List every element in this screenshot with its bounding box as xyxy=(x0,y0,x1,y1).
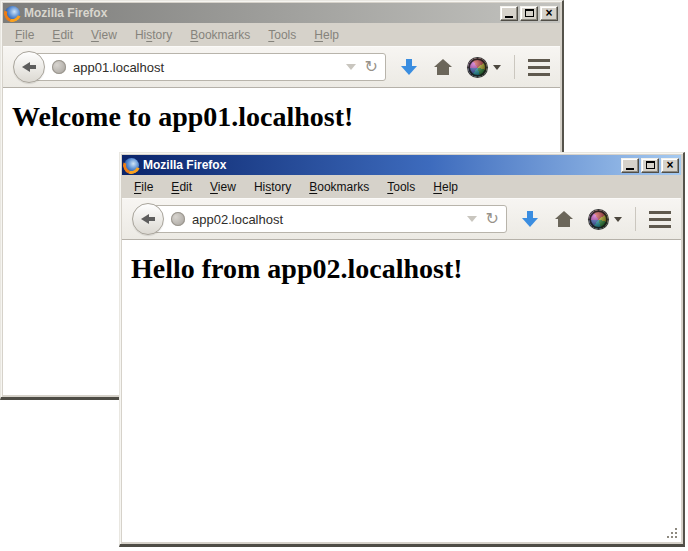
minimize-icon xyxy=(505,16,513,18)
menu-item-tools[interactable]: Tools xyxy=(259,28,305,42)
firefox-window-app02: Mozilla Firefox × FileEditViewHistoryBoo… xyxy=(119,152,685,547)
menu-item-bookmarks[interactable]: Bookmarks xyxy=(181,28,259,42)
menu-item-help[interactable]: Help xyxy=(424,180,467,194)
maximize-button[interactable] xyxy=(641,158,659,173)
navigation-toolbar: app01.localhost ↻ xyxy=(3,46,560,88)
extension-button[interactable] xyxy=(468,58,501,77)
menu-item-bookmarks[interactable]: Bookmarks xyxy=(300,180,378,194)
colorwheel-icon xyxy=(589,210,608,229)
resize-grip[interactable] xyxy=(667,528,679,540)
close-icon: × xyxy=(666,159,673,171)
menu-item-file[interactable]: File xyxy=(125,180,162,194)
window-controls: × xyxy=(500,6,558,21)
download-button[interactable] xyxy=(401,59,417,76)
location-group: app02.localhost ↻ xyxy=(132,203,507,235)
toolbar-separator xyxy=(514,55,515,79)
minimize-button[interactable] xyxy=(621,158,639,173)
url-bar[interactable]: app02.localhost ↻ xyxy=(148,205,507,233)
home-button[interactable] xyxy=(434,60,452,75)
close-button[interactable]: × xyxy=(661,158,679,173)
globe-site-icon xyxy=(52,60,66,74)
page-heading: Hello from app02.localhost! xyxy=(131,253,681,285)
back-arrow-icon xyxy=(141,214,155,224)
maximize-button[interactable] xyxy=(520,6,538,21)
menu-bar: FileEditViewHistoryBookmarksToolsHelp xyxy=(122,175,681,198)
minimize-button[interactable] xyxy=(500,6,518,21)
firefox-icon xyxy=(124,158,139,173)
close-button[interactable]: × xyxy=(540,6,558,21)
menu-item-file[interactable]: File xyxy=(6,28,43,42)
maximize-icon xyxy=(646,161,655,169)
urlbar-history-dropdown-icon[interactable] xyxy=(467,216,477,222)
menu-item-view[interactable]: View xyxy=(82,28,126,42)
desktop: { "icons": { "close_glyph": "×", "reload… xyxy=(0,0,688,551)
urlbar-history-dropdown-icon[interactable] xyxy=(346,64,356,70)
menu-item-help[interactable]: Help xyxy=(305,28,348,42)
menu-item-tools[interactable]: Tools xyxy=(378,180,424,194)
chevron-down-icon xyxy=(614,217,622,222)
window-title: Mozilla Firefox xyxy=(24,6,496,20)
menu-bar: FileEditViewHistoryBookmarksToolsHelp xyxy=(3,23,560,46)
window-controls: × xyxy=(621,158,679,173)
back-arrow-icon xyxy=(22,62,36,72)
menu-item-history[interactable]: History xyxy=(126,28,181,42)
maximize-icon xyxy=(525,9,534,17)
titlebar[interactable]: Mozilla Firefox × xyxy=(3,3,560,23)
url-text[interactable]: app01.localhost xyxy=(73,60,342,75)
menu-item-history[interactable]: History xyxy=(245,180,300,194)
extension-button[interactable] xyxy=(589,210,622,229)
titlebar[interactable]: Mozilla Firefox × xyxy=(122,155,681,175)
page-heading: Welcome to app01.localhost! xyxy=(12,101,560,133)
open-menu-button[interactable] xyxy=(528,59,550,76)
window-title: Mozilla Firefox xyxy=(143,158,617,172)
url-text[interactable]: app02.localhost xyxy=(192,212,463,227)
url-bar[interactable]: app01.localhost ↻ xyxy=(29,53,386,81)
firefox-icon xyxy=(5,6,20,21)
chevron-down-icon xyxy=(493,65,501,70)
reload-button[interactable]: ↻ xyxy=(365,59,378,75)
menu-item-view[interactable]: View xyxy=(201,180,245,194)
menu-item-edit[interactable]: Edit xyxy=(162,180,201,194)
toolbar-separator xyxy=(635,207,636,231)
close-icon: × xyxy=(545,7,552,19)
menu-item-edit[interactable]: Edit xyxy=(43,28,82,42)
home-button[interactable] xyxy=(555,212,573,227)
reload-button[interactable]: ↻ xyxy=(486,211,499,227)
back-button[interactable] xyxy=(132,203,164,235)
minimize-icon xyxy=(626,168,634,170)
download-button[interactable] xyxy=(522,211,538,228)
location-group: app01.localhost ↻ xyxy=(13,51,386,83)
back-button[interactable] xyxy=(13,51,45,83)
page-content: Hello from app02.localhost! xyxy=(122,240,681,542)
open-menu-button[interactable] xyxy=(649,211,671,228)
globe-site-icon xyxy=(171,212,185,226)
colorwheel-icon xyxy=(468,58,487,77)
navigation-toolbar: app02.localhost ↻ xyxy=(122,198,681,240)
